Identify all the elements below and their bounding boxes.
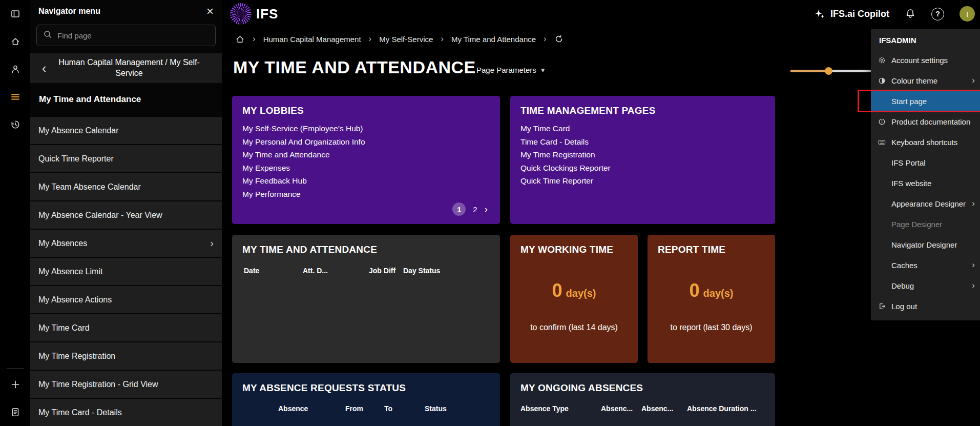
nav-item-my-absence-calendar[interactable]: My Absence Calendar <box>30 117 222 144</box>
menu-item-product-documentation[interactable]: Product documentation <box>871 111 980 132</box>
nav-item-my-time-card[interactable]: My Time Card <box>30 314 222 341</box>
nav-item-my-absences[interactable]: My Absences› <box>30 230 222 257</box>
menu-item-debug[interactable]: Debug › <box>871 275 980 296</box>
nav-item-label: My Team Absence Calendar <box>38 182 141 192</box>
page-link[interactable]: Quick Time Reporter <box>520 174 765 188</box>
navigator-panel: Navigator menu × ‹ Human Capital Managem… <box>30 0 222 426</box>
navigator-back-button[interactable]: ‹ Human Capital Management / My Self-Ser… <box>30 53 222 83</box>
menu-item-label: Colour theme <box>891 76 937 85</box>
card-title: REPORT TIME <box>648 235 775 255</box>
page-1-button[interactable]: 1 <box>452 202 466 216</box>
zoom-slider[interactable] <box>790 67 872 75</box>
refresh-icon[interactable] <box>554 34 564 44</box>
menu-item-ifs-portal[interactable]: IFS Portal <box>871 152 980 173</box>
chevron-right-icon: › <box>210 237 214 249</box>
lobby-link[interactable]: My Feedback Hub <box>242 174 490 188</box>
topbar-actions: IFS.ai Copilot ? I <box>814 6 975 22</box>
copilot-label: IFS.ai Copilot <box>830 9 889 19</box>
page-link[interactable]: My Time Registration <box>520 148 765 161</box>
menu-item-label: Keyboard shortcuts <box>891 138 957 147</box>
breadcrumb-item-self-service[interactable]: My Self-Service <box>379 35 433 44</box>
nav-item-my-time-registration-grid-view[interactable]: My Time Registration - Grid View <box>30 371 222 398</box>
card-title: MY LOBBIES <box>232 96 500 116</box>
page-parameters-button[interactable]: Page Parameters ▼ <box>476 66 546 74</box>
nav-item-my-absence-calendar-year-view[interactable]: My Absence Calendar - Year View <box>30 201 222 229</box>
report-time-caption: to report (last 30 days) <box>666 322 757 333</box>
menu-item-label: Appearance Designer <box>891 199 966 208</box>
chevron-right-icon: › <box>441 34 444 44</box>
menu-item-label: Page Designer <box>891 220 942 229</box>
menu-item-label: Debug <box>891 281 914 290</box>
lobby-link[interactable]: My Self-Service (Employee's Hub) <box>242 122 490 135</box>
menu-item-caches[interactable]: Caches › <box>871 255 980 275</box>
column-header-absenc-2: Absenc... <box>641 404 673 413</box>
breadcrumb-item-time-attendance[interactable]: My Time and Attendance <box>451 35 536 44</box>
page-link[interactable]: Quick Clockings Reporter <box>520 161 765 175</box>
lobby-link[interactable]: My Time and Attendance <box>242 148 490 161</box>
column-header-absence: Absence <box>278 404 308 413</box>
pagination: 1 2 › <box>452 202 488 216</box>
history-icon[interactable] <box>0 111 30 138</box>
lobby-links: My Self-Service (Employee's Hub) My Pers… <box>232 116 500 200</box>
menu-item-ifs-website[interactable]: IFS website <box>871 173 980 193</box>
collapse-panel-icon[interactable] <box>0 0 30 28</box>
page-2-button[interactable]: 2 <box>473 205 477 214</box>
nav-item-quick-time-reporter[interactable]: Quick Time Reporter <box>30 145 222 172</box>
slider-thumb[interactable] <box>825 67 832 75</box>
notes-icon[interactable] <box>0 398 30 426</box>
lobby-link[interactable]: My Expenses <box>242 161 490 175</box>
keyboard-icon <box>877 138 886 146</box>
user-menu-header: IFSADMIN <box>871 29 980 50</box>
next-page-icon[interactable]: › <box>485 204 488 215</box>
home-icon[interactable] <box>235 34 245 44</box>
card-title: MY ABSENCE REQUESTS STATUS <box>232 373 500 394</box>
icon-rail <box>0 0 30 426</box>
notifications-button[interactable] <box>905 8 916 19</box>
menu-item-log-out[interactable]: Log out <box>871 296 980 316</box>
slider-fill <box>790 70 828 72</box>
copilot-button[interactable]: IFS.ai Copilot <box>814 8 889 19</box>
menu-item-navigator-designer[interactable]: Navigator Designer <box>871 234 980 255</box>
card-title: TIME MANAGEMENT PAGES <box>510 96 775 116</box>
nav-item-label: My Absence Calendar <box>38 126 119 135</box>
user-avatar[interactable]: I <box>960 6 975 22</box>
nav-item-label: My Absence Limit <box>38 267 102 276</box>
card-my-absence-requests-status: MY ABSENCE REQUESTS STATUS Absence From … <box>232 373 500 426</box>
navigator-search[interactable] <box>36 25 216 46</box>
help-button[interactable]: ? <box>931 8 944 21</box>
page-link[interactable]: Time Card - Details <box>520 135 765 149</box>
menu-item-start-page[interactable]: Start page <box>871 91 980 111</box>
menu-item-colour-theme[interactable]: Colour theme › <box>871 70 980 91</box>
menu-item-label: Log out <box>891 302 917 311</box>
app-screen: IFS IFS.ai Copilot ? I › <box>0 0 980 426</box>
employee-icon[interactable] <box>0 55 30 83</box>
ifs-logo[interactable]: IFS <box>230 3 278 25</box>
nav-item-my-time-card-details[interactable]: My Time Card - Details <box>30 399 222 426</box>
lobby-link[interactable]: My Personal And Organization Info <box>242 135 490 149</box>
menu-item-label: IFS website <box>891 179 931 188</box>
menu-item-label: Start page <box>891 97 927 106</box>
page-link[interactable]: My Time Card <box>520 122 765 135</box>
stat-unit: day(s) <box>566 288 596 299</box>
nav-item-my-time-registration[interactable]: My Time Registration <box>30 342 222 370</box>
nav-item-my-absence-actions[interactable]: My Absence Actions <box>30 286 222 313</box>
menu-item-keyboard-shortcuts[interactable]: Keyboard shortcuts <box>871 132 980 152</box>
lobby-link[interactable]: My Performance <box>242 188 490 201</box>
sparkle-icon <box>814 8 825 19</box>
add-icon[interactable] <box>0 371 30 398</box>
breadcrumb-item-hcm[interactable]: Human Capital Management <box>263 35 361 44</box>
home-icon[interactable] <box>0 28 30 55</box>
ifs-logo-text: IFS <box>256 6 278 22</box>
close-icon[interactable]: × <box>206 6 214 16</box>
nav-item-label: Quick Time Reporter <box>38 154 114 164</box>
menu-item-appearance-designer[interactable]: Appearance Designer › <box>871 193 980 214</box>
card-time-management-pages: TIME MANAGEMENT PAGES My Time Card Time … <box>510 96 775 224</box>
nav-item-my-absence-limit[interactable]: My Absence Limit <box>30 258 222 285</box>
search-input[interactable] <box>57 31 209 40</box>
column-header-absence-type: Absence Type <box>520 404 569 413</box>
nav-item-my-team-absence-calendar[interactable]: My Team Absence Calendar <box>30 173 222 200</box>
card-my-time-and-attendance: MY TIME AND ATTENDANCE Date Att. D... Jo… <box>232 235 500 363</box>
menu-item-account-settings[interactable]: Account settings <box>871 50 980 70</box>
navigator-items: My Absence Calendar Quick Time Reporter … <box>30 117 222 426</box>
navigator-menu-icon[interactable] <box>0 83 30 111</box>
